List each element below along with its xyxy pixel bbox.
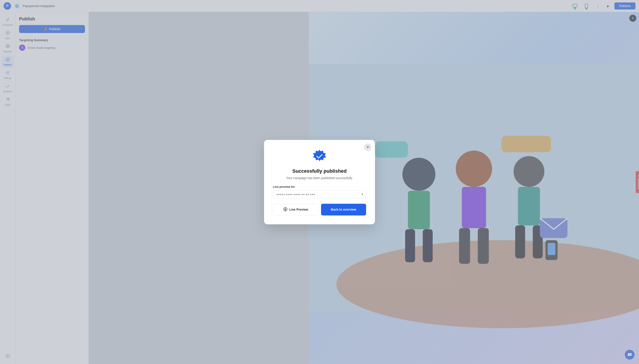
modal-subtitle: Your campaign has been published success… xyxy=(273,176,320,180)
success-modal: ✕ Successfully published Your campaign h… xyxy=(264,140,320,182)
success-badge-icon xyxy=(312,149,320,164)
modal-overlay: ✕ Successfully published Your campaign h… xyxy=(0,0,320,182)
modal-title: Successfully published xyxy=(273,168,320,174)
